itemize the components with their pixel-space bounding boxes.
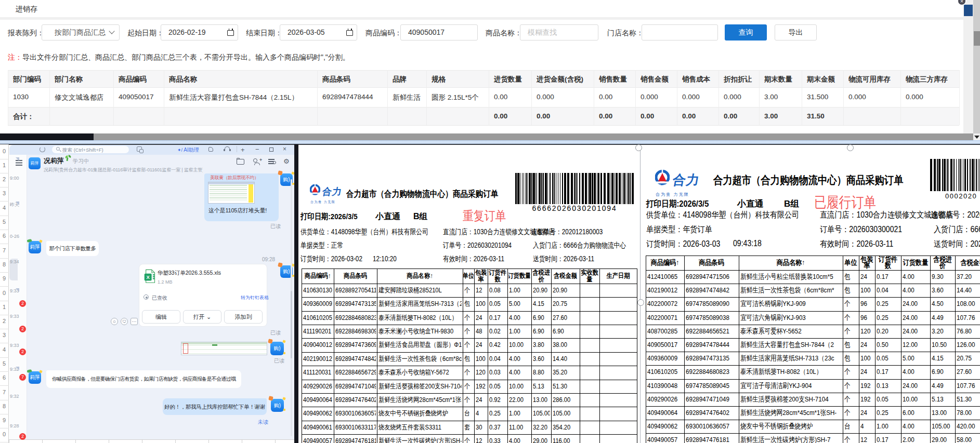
svg-text:X: X [147, 274, 150, 280]
